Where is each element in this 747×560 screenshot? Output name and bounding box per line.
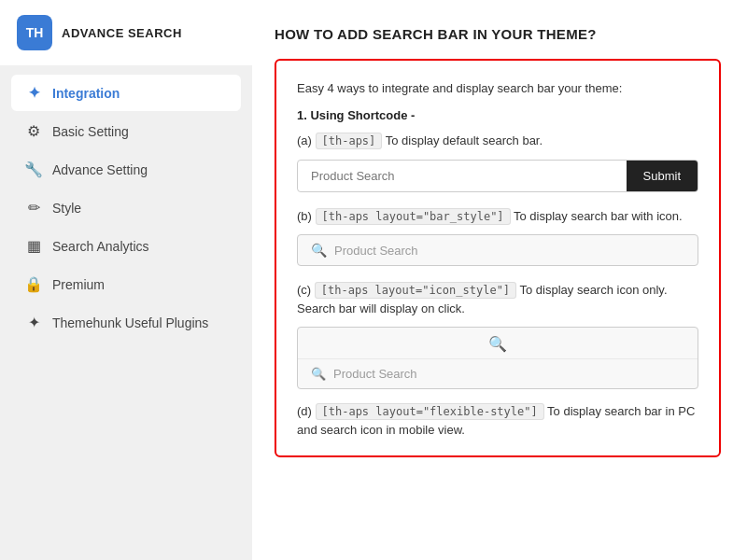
sidebar-item-style[interactable]: ✏ Style [11, 189, 241, 226]
search-input-default[interactable] [298, 161, 627, 191]
main-content: HOW TO ADD SEARCH BAR IN YOUR THEME? Eas… [252, 0, 747, 560]
gear-icon: ⚙ [24, 122, 43, 140]
sidebar-item-label: Premium [52, 277, 105, 292]
sidebar-item-search-analytics[interactable]: ▦ Search Analytics [11, 228, 241, 264]
step-a-text: To display default search bar. [386, 133, 543, 147]
sidebar-item-integration[interactable]: ✦ Integration [11, 75, 241, 111]
step-c-description: (c) [th-aps layout="icon_style"] To disp… [297, 281, 698, 317]
lock-icon: 🔒 [24, 275, 43, 293]
search-icon-top: 🔍 [488, 335, 507, 353]
logo-text: TH [26, 25, 44, 40]
step-a-code: [th-aps] [316, 133, 383, 149]
search-icon: 🔍 [311, 243, 327, 258]
step-b-prefix: (b) [297, 209, 312, 223]
step1-label: 1. Using Shortcode - [297, 108, 698, 122]
sidebar-item-themehunk-plugins[interactable]: ✦ Themehunk Useful Plugins [11, 304, 241, 341]
sidebar-item-advance-setting[interactable]: 🔧 Advance Setting [11, 151, 241, 188]
wrench-icon: 🔧 [24, 161, 43, 178]
search-placeholder-bar: Product Search [334, 244, 418, 258]
analytics-icon: ▦ [24, 237, 43, 255]
sidebar-item-basic-setting[interactable]: ⚙ Basic Setting [11, 113, 241, 149]
step-d-code: [th-aps layout="flexible-style"] [316, 403, 544, 420]
sidebar: TH ADVANCE SEARCH ✦ Integration ⚙ Basic … [0, 0, 252, 560]
intro-text: Easy 4 ways to integrate and display sea… [297, 81, 698, 95]
search-icon-bottom: 🔍 [311, 367, 326, 381]
icon-only-top: 🔍 [298, 328, 698, 359]
step-b-text: To display search bar with icon. [514, 209, 683, 223]
search-bar-icon-style: 🔍 🔍 Product Search [297, 327, 698, 389]
page-title: HOW TO ADD SEARCH BAR IN YOUR THEME? [275, 26, 721, 42]
step-b-code: [th-aps layout="bar_style"] [316, 208, 511, 225]
sidebar-header: TH ADVANCE SEARCH [0, 0, 252, 65]
logo-box: TH [17, 15, 52, 50]
sidebar-item-label: Advance Setting [52, 162, 148, 177]
sidebar-item-label: Style [52, 201, 81, 216]
search-bar-default: Submit [297, 160, 698, 192]
sidebar-item-label: Basic Setting [52, 124, 129, 139]
step-d-prefix: (d) [297, 404, 312, 418]
sidebar-item-label: Search Analytics [52, 239, 149, 254]
search-placeholder-icon: Product Search [333, 367, 417, 381]
integration-icon: ✦ [24, 84, 43, 102]
icon-only-bottom: 🔍 Product Search [298, 359, 698, 388]
step-c-prefix: (c) [297, 283, 311, 297]
step-c-code: [th-aps layout="icon_style"] [315, 282, 516, 299]
search-bar-bar-style: 🔍 Product Search [297, 234, 698, 266]
sidebar-item-label: Integration [52, 86, 120, 101]
sidebar-title: ADVANCE SEARCH [62, 26, 182, 40]
step-d-description: (d) [th-aps layout="flexible-style"] To … [297, 402, 698, 439]
sidebar-item-premium[interactable]: 🔒 Premium [11, 266, 241, 302]
plugins-icon: ✦ [24, 314, 43, 331]
sidebar-item-label: Themehunk Useful Plugins [52, 315, 208, 330]
step-a-description: (a) [th-aps] To display default search b… [297, 132, 698, 150]
content-box: Easy 4 ways to integrate and display sea… [275, 59, 721, 457]
step-a-prefix: (a) [297, 133, 312, 147]
step-b-description: (b) [th-aps layout="bar_style"] To displ… [297, 207, 698, 226]
sidebar-nav: ✦ Integration ⚙ Basic Setting 🔧 Advance … [0, 65, 252, 350]
submit-button[interactable]: Submit [627, 161, 698, 191]
style-icon: ✏ [24, 199, 43, 217]
